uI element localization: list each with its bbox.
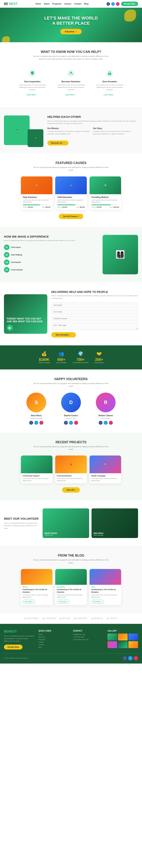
form-amount-input[interactable] (51, 316, 138, 321)
footer-col-about: BENEXT We are compassionate about our pr… (4, 630, 35, 649)
difference-title: HOW WE MAKE A DIFFERENCE (4, 235, 99, 238)
stat-icon-0: 💰 (38, 351, 50, 356)
footer-link-5[interactable]: Blog (38, 646, 69, 648)
deliver-image-bg: FORGET WHAT YOU CAN GET AND SEE WHAT YOU… (4, 294, 47, 334)
projects-grid: 🌿 Community Support Lorem ipsum dolor si… (4, 456, 138, 483)
partner-4: ◆ WORLD (91, 617, 103, 620)
meet-title: MEET OUR VOLUNTEER (4, 517, 39, 521)
volunteers-subtitle: We are compassionate about our programs … (32, 382, 110, 388)
vol-ig-2[interactable]: i (109, 421, 113, 425)
help-card-donate-link[interactable]: Learn More → (104, 94, 115, 96)
nav-contact[interactable]: Contact (74, 3, 81, 5)
project-card-2: 💊 Health Campaign Lorem ipsum dolor sit … (90, 456, 121, 483)
nav-blog[interactable]: Blog (84, 3, 88, 5)
deliver-desc: We are compassionate about our programs … (51, 294, 138, 300)
facebook-icon[interactable]: f (106, 2, 110, 6)
cause-goal-1: Goal: $60,000 (76, 207, 85, 208)
help-card-inspire-desc: Lorem ipsum dolor sit amet consectetur a… (16, 84, 48, 91)
footer-contact-title: Contact (73, 630, 104, 632)
footer-contact-2: 123 Charity Lane, City (73, 639, 104, 641)
blog-img-1 (55, 569, 87, 585)
meet-inner: MEET OUR VOLUNTEER We are compassionate … (4, 508, 138, 538)
meet-vol-name-0: Daniel Castro (44, 532, 57, 534)
meet-vol-role-0: Project Lead (44, 534, 57, 536)
step-num-2: 03 (4, 259, 9, 265)
footer-donate-button[interactable]: Donate Now (4, 645, 23, 650)
footer-facebook-icon[interactable]: f (123, 656, 127, 660)
vol-ig-1[interactable]: i (74, 421, 78, 425)
gallery-thumb-2 (129, 633, 138, 641)
footer-link-0[interactable]: Home (38, 633, 69, 635)
causes-title: FEATURED CAUSES (4, 161, 138, 165)
cause-img-0: 🏠 (21, 177, 52, 194)
step-2[interactable]: 03 Find Result (4, 259, 99, 265)
helping-img-sm: 🌱 (28, 129, 43, 147)
step-3[interactable]: 04 Fund Animals (4, 267, 99, 273)
volunteer-img-2: R (96, 393, 115, 412)
step-num-3: 04 (4, 267, 9, 273)
step-0[interactable]: 01 Find Cause (4, 245, 99, 250)
volunteer-role-0: Volunteer Manager (21, 417, 52, 419)
vol-tw-1[interactable]: t (69, 421, 73, 425)
volunteer-name-2: Robert James (90, 414, 121, 416)
footer-link-3[interactable]: Causes (38, 641, 69, 643)
footer-link-2[interactable]: Programs (38, 639, 69, 641)
blog-read-more-0[interactable]: Read More (23, 600, 35, 603)
cause-desc-1: Lorem ipsum dolor sit amet consectetur a… (57, 199, 85, 203)
footer-link-1[interactable]: About Us (38, 636, 69, 638)
help-card-inspire-link[interactable]: Learn More → (27, 94, 38, 96)
form-email-input[interactable] (51, 309, 138, 314)
discover-button[interactable]: Discover Us → (47, 141, 68, 146)
cause-desc-2: Lorem ipsum dolor sit amet consectetur a… (92, 199, 119, 203)
blog-title-2: Fundraising In The COVID-19 Situation (91, 588, 119, 593)
nav-about[interactable]: About (44, 3, 49, 5)
header-donate-button[interactable]: Donate Now (121, 2, 138, 6)
footer-instagram-icon[interactable]: i (134, 656, 138, 660)
mission-title: Our Mission (47, 127, 90, 129)
vol-ig-0[interactable]: i (39, 421, 43, 425)
volunteer-card-1: D Daniel Castro Project Lead f t i (55, 393, 87, 425)
vol-fb-0[interactable]: f (29, 421, 33, 425)
vol-tw-2[interactable]: t (104, 421, 108, 425)
footer-link-4[interactable]: Contact (38, 644, 69, 646)
meet-section: MEET OUR VOLUNTEER We are compassionate … (0, 500, 142, 546)
blog-cat-0: Health (23, 586, 51, 588)
form-name-input[interactable] (51, 303, 138, 308)
view-all-projects-button[interactable]: View All + (62, 487, 80, 493)
header-social-icons: f t i (106, 2, 119, 6)
project-title-1: Food Distribution (57, 475, 85, 477)
nav-causes[interactable]: Causes (64, 3, 71, 5)
blog-read-more-1[interactable]: Read More (57, 600, 69, 603)
volunteer-name-1: Daniel Castro (55, 414, 87, 416)
play-button[interactable]: ▶ (7, 325, 13, 331)
project-desc-1: Lorem ipsum dolor sit amet consectetur a… (57, 477, 85, 482)
blog-card-2: Food Fundraising In The COVID-19 Situati… (90, 569, 121, 605)
vol-fb-2[interactable]: f (99, 421, 103, 425)
twitter-icon[interactable]: t (111, 2, 115, 6)
donate-form-button[interactable]: Give Donation → (51, 332, 76, 338)
hero-blob-1 (124, 10, 136, 22)
vol-fb-1[interactable]: f (64, 421, 68, 425)
project-title-2: Health Campaign (91, 475, 119, 477)
cause-desc-0: Lorem ipsum dolor sit amet consectetur a… (23, 199, 50, 203)
step-label-1: Start Helping (11, 254, 22, 256)
deliver-title: DELIVERING HELP AND HOPE TO PEOPLE (51, 290, 138, 293)
step-label-2: Find Result (11, 261, 21, 263)
hero-cta-button[interactable]: Volunteer → (60, 29, 82, 34)
see-all-causes-button[interactable]: See All Causes + (59, 214, 83, 219)
nav-home[interactable]: Home (36, 3, 41, 5)
vol-tw-0[interactable]: t (34, 421, 38, 425)
cause-card-2: 🏥 Providing Medical Lorem ipsum dolor si… (90, 177, 121, 210)
blog-read-more-2[interactable]: Read More (91, 600, 104, 603)
causes-section: FEATURED CAUSES We are compassionate abo… (0, 153, 142, 227)
footer-twitter-icon[interactable]: t (128, 656, 133, 660)
volunteer-card-0: S Sara Harry Volunteer Manager f t i (21, 393, 52, 425)
deliver-section: FORGET WHAT YOU CAN GET AND SEE WHAT YOU… (0, 282, 142, 345)
form-message-textarea[interactable] (51, 323, 138, 330)
instagram-icon[interactable]: i (116, 2, 119, 6)
nav-programs[interactable]: Programs (52, 3, 62, 5)
step-1[interactable]: 02 Start Helping (4, 252, 99, 257)
stats-inner: 💰 $160K FUNDS RAISED 👥 650+ VOLUNTEERS 🌍… (4, 351, 138, 364)
help-card-volunteer-link[interactable]: Learn More → (65, 94, 77, 96)
step-label-3: Fund Animals (11, 269, 23, 271)
